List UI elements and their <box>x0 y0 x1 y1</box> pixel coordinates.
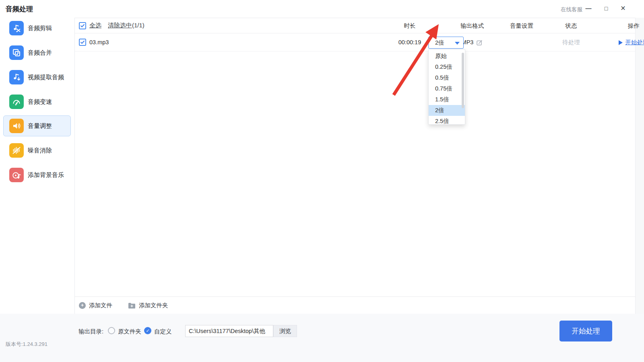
sidebar-item-label: 音频合并 <box>28 49 52 57</box>
select-all-checkbox[interactable] <box>79 22 86 29</box>
browse-button[interactable]: 浏览 <box>273 325 297 337</box>
sidebar-divider <box>74 18 75 314</box>
sidebar-item-label: 音频变速 <box>28 98 52 106</box>
file-duration: 00:00:19 <box>388 33 432 51</box>
volume-select-value: 2倍 <box>435 39 444 47</box>
start-process-link[interactable]: 开始处理 <box>619 33 644 51</box>
volume-option-075[interactable]: 0.75倍 <box>429 83 465 94</box>
add-folder-button[interactable]: 添加文件夹 <box>128 297 168 314</box>
video-extract-audio-icon <box>9 70 24 84</box>
close-button[interactable]: ✕ <box>617 3 629 14</box>
output-path-input[interactable]: C:\Users\31177\Desktop\其他 <box>185 325 273 337</box>
volume-option-25[interactable]: 2.5倍 <box>429 116 465 125</box>
play-icon <box>619 40 623 45</box>
radio-original-label[interactable]: 原文件夹 <box>118 328 141 335</box>
volume-dropdown-menu: 原始 0.25倍 0.5倍 0.75倍 1.5倍 2倍 2.5倍 <box>428 49 465 125</box>
sidebar-item-bg-music[interactable]: 添加背景音乐 <box>3 165 71 185</box>
sidebar-item-video-extract-audio[interactable]: 视频提取音频 <box>3 67 71 88</box>
sidebar-item-label: 音频剪辑 <box>28 25 52 32</box>
start-process-button[interactable]: 开始处理 <box>559 321 612 341</box>
plus-circle-icon: + <box>79 302 86 309</box>
sidebar-item-audio-cut[interactable]: 音频剪辑 <box>3 18 71 39</box>
table-row: 03.mp3 00:00:19 MP3 待处理 开始处理 <box>75 33 635 51</box>
online-service-link[interactable]: 在线客服 <box>561 6 582 13</box>
action-cell: 开始处理 <box>611 33 644 51</box>
clear-selected-link[interactable]: 清除选中(1/1) <box>108 22 144 29</box>
column-action: 操作 <box>611 18 644 33</box>
page-title: 音频处理 <box>6 4 33 14</box>
volume-option-2[interactable]: 2倍 <box>429 105 465 116</box>
sidebar: 音频剪辑 音频合并 视频提取音频 音频变速 音量调整 噪音消除 <box>0 18 74 314</box>
column-status: 状态 <box>549 18 593 33</box>
folder-plus-icon <box>128 302 136 309</box>
bottom-toolbar: + 添加文件 添加文件夹 <box>75 296 635 314</box>
row-checkbox[interactable] <box>79 39 86 46</box>
dropdown-scrollbar[interactable] <box>462 53 464 108</box>
footer-bar <box>0 314 644 362</box>
volume-option-025[interactable]: 0.25倍 <box>429 62 465 72</box>
minimize-button[interactable]: — <box>583 3 594 14</box>
noise-removal-icon <box>9 143 24 158</box>
audio-merge-icon <box>9 45 24 60</box>
radio-custom-label[interactable]: 自定义 <box>154 328 172 335</box>
sidebar-item-noise-removal[interactable]: 噪音消除 <box>3 140 71 161</box>
status-badge: 待处理 <box>549 33 593 51</box>
add-file-button[interactable]: + 添加文件 <box>79 297 112 314</box>
sidebar-item-label: 噪音消除 <box>28 147 52 154</box>
volume-option-05[interactable]: 0.5倍 <box>429 72 465 83</box>
sidebar-item-label: 视频提取音频 <box>28 74 64 81</box>
volume-option-original[interactable]: 原始 <box>429 51 465 62</box>
column-volume-setting: 音量设置 <box>500 18 544 33</box>
radio-original-folder[interactable] <box>108 327 115 334</box>
sidebar-item-audio-speed[interactable]: 音频变速 <box>3 91 71 112</box>
sidebar-item-volume-adjust[interactable]: 音量调整 <box>3 115 71 136</box>
bg-music-icon <box>9 168 24 182</box>
scrollbar-gutter[interactable] <box>635 18 644 314</box>
list-header-row: 全选 清除选中(1/1) 时长 输出格式 音量设置 状态 操作 删除 <box>75 18 635 33</box>
maximize-button[interactable]: □ <box>601 3 612 14</box>
sidebar-item-label: 音量调整 <box>28 122 52 130</box>
volume-adjust-icon <box>9 119 24 133</box>
column-duration: 时长 <box>388 18 432 33</box>
version-text: 版本号:1.24.3.291 <box>6 341 47 348</box>
volume-option-15[interactable]: 1.5倍 <box>429 94 465 105</box>
chevron-down-icon <box>455 42 460 45</box>
select-all-link[interactable]: 全选 <box>89 22 101 29</box>
volume-select[interactable]: 2倍 <box>428 37 464 49</box>
column-output-format: 输出格式 <box>450 18 494 33</box>
sidebar-item-label: 添加背景音乐 <box>28 171 64 179</box>
audio-cut-icon <box>9 21 24 35</box>
radio-custom[interactable]: ✓ <box>144 327 151 334</box>
output-dir-label: 输出目录: <box>78 328 103 335</box>
audio-speed-icon <box>9 95 24 109</box>
sidebar-item-audio-merge[interactable]: 音频合并 <box>3 42 71 63</box>
file-name: 03.mp3 <box>89 33 109 51</box>
edit-format-icon[interactable] <box>476 39 483 46</box>
